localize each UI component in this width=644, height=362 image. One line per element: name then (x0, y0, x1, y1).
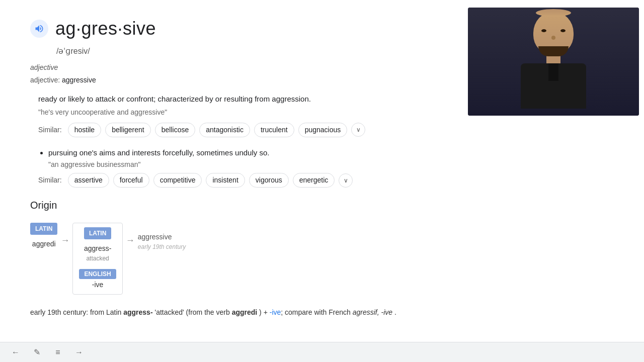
back-button[interactable]: ← (10, 347, 21, 358)
similar-label-1: Similar: (38, 125, 62, 135)
tag-pugnacious[interactable]: pugnacious (298, 123, 348, 137)
definition-1: ready or likely to attack or confront; c… (30, 94, 443, 137)
tag-assertive[interactable]: assertive (68, 173, 109, 188)
webcam-person (468, 8, 639, 116)
tag-hostile[interactable]: hostile (68, 123, 101, 137)
word-type-italic: adjective (30, 62, 443, 73)
etym-meaning-attacked: attacked (86, 254, 109, 263)
etym-arrow-1: → (60, 234, 69, 247)
origin-ive: -ive (270, 308, 281, 316)
tag-belligerent[interactable]: belligerent (105, 123, 151, 137)
tag-forceful[interactable]: forceful (113, 173, 149, 188)
person-silhouette (508, 12, 599, 112)
expand-similar-2[interactable]: ∨ (339, 173, 353, 188)
body (521, 63, 586, 109)
origin-french: agressif, -ive (353, 308, 392, 316)
bald-top (536, 9, 571, 17)
tag-bellicose[interactable]: bellicose (155, 123, 195, 137)
similar-label-2: Similar: (38, 175, 62, 186)
etym-col-1: LATIN aggredi (30, 223, 57, 249)
definition-2-example: "an aggressive businessman" (48, 159, 443, 170)
tag-antagonistic[interactable]: antagonistic (199, 123, 250, 137)
origin-section: Origin LATIN aggredi → LATIN aggress- at… (30, 198, 443, 318)
menu-button[interactable]: ≡ (52, 347, 63, 358)
speaker-icon (34, 24, 44, 34)
right-eye (560, 29, 566, 32)
etym-word-ive: -ive (79, 280, 116, 290)
nose (551, 36, 555, 40)
origin-aggress: aggress- (123, 308, 152, 316)
etym-result: aggressive early 19th century (138, 232, 186, 251)
bottom-toolbar: ← ✎ ≡ → (0, 342, 644, 362)
etym-box: LATIN aggress- attacked ENGLISH -ive (72, 223, 122, 295)
etym-result-date: early 19th century (138, 242, 186, 251)
tag-insistent[interactable]: insistent (206, 173, 245, 188)
beard (538, 46, 569, 56)
definition-1-text: ready or likely to attack or confront; c… (38, 94, 443, 105)
etym-word-aggredi: aggredi (32, 239, 56, 249)
tag-truculent[interactable]: truculent (254, 123, 294, 137)
etym-arrow-2: → (126, 234, 135, 247)
page-wrapper: ag·gres·sive /əˈɡresiv/ adjective adject… (0, 0, 644, 362)
tag-competitive[interactable]: competitive (153, 173, 202, 188)
lang-badge-latin-2: LATIN (84, 227, 111, 239)
lang-badge-english: ENGLISH (79, 269, 116, 279)
tag-vigorous[interactable]: vigorous (249, 173, 289, 188)
lang-badge-latin-1: LATIN (30, 223, 57, 235)
origin-text: early 19th century: from Latin aggress- … (30, 307, 443, 319)
phonetic: /əˈɡresiv/ (56, 45, 443, 57)
etym-col-2: LATIN aggress- attacked (79, 227, 116, 263)
vneck-inner (548, 63, 558, 81)
webcam-overlay (468, 8, 639, 116)
origin-title: Origin (30, 198, 443, 213)
edit-button[interactable]: ✎ (31, 347, 42, 358)
forward-button[interactable]: → (73, 347, 85, 358)
tag-energetic[interactable]: energetic (293, 173, 335, 188)
etym-word-aggress: aggress- (84, 243, 111, 254)
similar-row-2: Similar: assertive forceful competitive … (38, 173, 443, 188)
left-eye (541, 29, 546, 32)
definition-1-example: "he's very uncooperative and aggressive" (38, 107, 443, 118)
word-title: ag·gres·sive (55, 15, 156, 42)
similar-row-1: Similar: hostile belligerent bellicose a… (38, 123, 443, 137)
definition-2: pursuing one's aims and interests forcef… (38, 147, 443, 170)
expand-similar-1[interactable]: ∨ (351, 123, 365, 137)
main-content: ag·gres·sive /əˈɡresiv/ adjective adject… (0, 0, 463, 362)
origin-aggredi: aggredi (232, 308, 258, 316)
sound-button[interactable] (30, 20, 48, 38)
head (533, 12, 574, 54)
word-type-label: adjective: aggressive (30, 75, 443, 85)
etym-result-word: aggressive (138, 232, 186, 242)
word-header: ag·gres·sive (30, 15, 443, 42)
definition-2-text: pursuing one's aims and interests forcef… (48, 147, 443, 159)
etymology-diagram: LATIN aggredi → LATIN aggress- attacked … (30, 223, 443, 295)
